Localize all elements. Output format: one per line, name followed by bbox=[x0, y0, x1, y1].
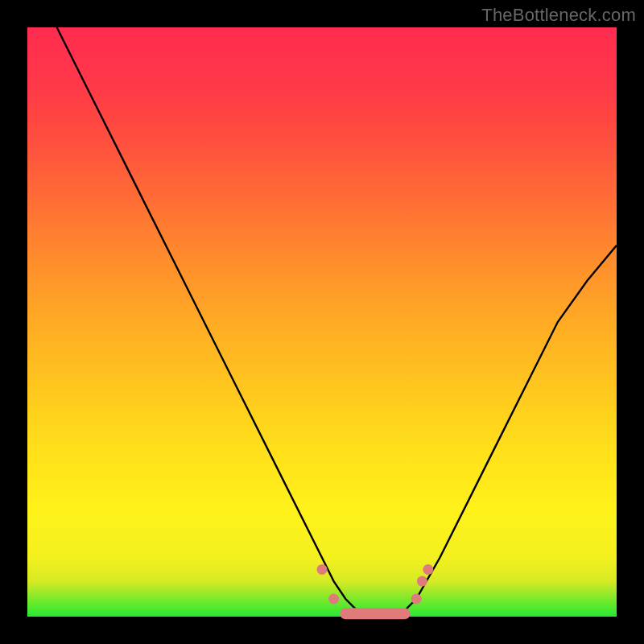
pt-right-b bbox=[417, 576, 427, 587]
pt-left-a bbox=[317, 564, 328, 575]
bottleneck-curve bbox=[57, 27, 617, 617]
pt-right-a bbox=[411, 594, 422, 605]
chart-frame: TheBottleneck.com bbox=[0, 0, 644, 644]
pt-right-c bbox=[423, 564, 433, 575]
curve-markers bbox=[317, 564, 434, 605]
gradient-plot-area bbox=[27, 27, 617, 617]
attribution-text: TheBottleneck.com bbox=[481, 5, 636, 26]
curve-layer bbox=[27, 27, 617, 617]
pt-left-b bbox=[328, 594, 339, 605]
